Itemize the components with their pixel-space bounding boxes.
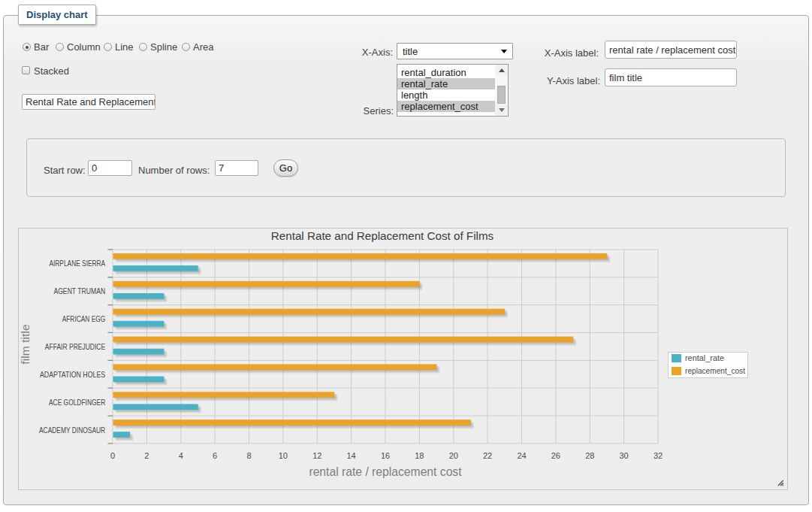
svg-text:32: 32 — [654, 451, 663, 460]
svg-text:ACE GOLDFINGER: ACE GOLDFINGER — [49, 398, 105, 407]
svg-text:28: 28 — [585, 451, 594, 460]
svg-text:26: 26 — [551, 451, 560, 460]
svg-text:22: 22 — [483, 451, 492, 460]
svg-text:rental_rate: rental_rate — [685, 353, 724, 362]
svg-text:ADAPTATION HOLES: ADAPTATION HOLES — [40, 370, 105, 379]
svg-text:AFFAIR PREJUDICE: AFFAIR PREJUDICE — [45, 342, 105, 351]
svg-text:ACADEMY DINOSAUR: ACADEMY DINOSAUR — [39, 426, 105, 435]
svg-text:12: 12 — [312, 451, 321, 460]
svg-text:2: 2 — [144, 451, 149, 460]
svg-text:film title: film title — [20, 324, 32, 365]
svg-text:8: 8 — [246, 451, 251, 460]
svg-text:AIRPLANE SIERRA: AIRPLANE SIERRA — [49, 259, 105, 268]
svg-text:rental rate / replacement cost: rental rate / replacement cost — [309, 465, 462, 478]
svg-text:replacement_cost: replacement_cost — [685, 366, 745, 375]
svg-text:10: 10 — [279, 451, 288, 460]
svg-text:AGENT TRUMAN: AGENT TRUMAN — [53, 286, 105, 295]
svg-text:0: 0 — [110, 451, 115, 460]
svg-text:14: 14 — [346, 451, 355, 460]
svg-text:20: 20 — [449, 451, 458, 460]
svg-text:6: 6 — [213, 451, 217, 460]
svg-text:30: 30 — [619, 451, 628, 460]
svg-text:Rental Rate and Replacement Co: Rental Rate and Replacement Cost of Film… — [271, 229, 494, 242]
svg-text:AFRICAN EGG: AFRICAN EGG — [62, 314, 106, 323]
svg-text:16: 16 — [381, 451, 390, 460]
svg-text:18: 18 — [415, 451, 424, 460]
svg-text:4: 4 — [179, 451, 183, 460]
svg-text:24: 24 — [517, 451, 526, 460]
